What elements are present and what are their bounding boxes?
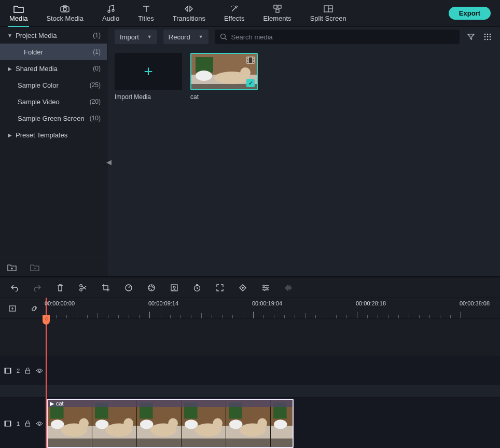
sidebar-item-project-media[interactable]: ▼ Project Media (1) — [0, 27, 107, 44]
expand-icon[interactable] — [215, 283, 225, 293]
keyframe-icon[interactable] — [238, 283, 248, 293]
track-head: 2 — [0, 356, 46, 385]
tab-elements[interactable]: Elements — [254, 0, 300, 27]
color-icon[interactable] — [146, 283, 157, 293]
sidebar-item-label: Shared Media — [16, 65, 93, 73]
svg-point-39 — [80, 288, 82, 291]
tab-audio[interactable]: Audio — [93, 0, 129, 27]
svg-point-11 — [220, 34, 225, 39]
visibility-icon[interactable] — [36, 368, 43, 373]
track-head: 1 — [0, 398, 46, 448]
dropdown-label: Import — [120, 33, 139, 41]
tab-split-screen[interactable]: Split Screen — [301, 0, 356, 27]
timeline-ruler[interactable]: 00:00:00:0000:00:09:1400:00:19:0400:00:2… — [46, 298, 500, 319]
track-video-2[interactable]: 2 — [0, 356, 500, 385]
ruler-timecode: 00:00:38:08 — [460, 300, 490, 306]
tab-effects[interactable]: Effects — [215, 0, 254, 27]
track-number: 1 — [17, 421, 20, 427]
svg-rect-54 — [26, 370, 30, 373]
lock-icon[interactable] — [25, 368, 31, 374]
sidebar-item-label: Sample Green Screen — [18, 115, 90, 122]
svg-point-16 — [484, 36, 486, 38]
filter-icon[interactable] — [466, 32, 476, 42]
svg-rect-100 — [271, 439, 293, 447]
track-number: 2 — [17, 368, 20, 374]
audio-waveform-icon[interactable] — [283, 283, 294, 293]
music-icon — [106, 4, 116, 13]
sidebar-item-shared-media[interactable]: ▶ Shared Media (0) — [0, 60, 107, 77]
link-icon[interactable] — [29, 303, 39, 314]
svg-point-99 — [273, 419, 286, 429]
split-icon[interactable] — [78, 283, 88, 293]
tab-transitions[interactable]: Transitions — [163, 0, 215, 27]
tab-label: Audio — [102, 15, 119, 22]
duration-icon[interactable] — [192, 283, 202, 293]
elements-icon — [272, 4, 283, 13]
delete-folder-icon[interactable] — [30, 263, 39, 272]
effects-icon — [229, 4, 240, 13]
media-grid: + Import Media ✓ c — [107, 47, 500, 107]
speed-icon[interactable] — [123, 283, 134, 293]
new-folder-icon[interactable] — [7, 263, 17, 272]
svg-rect-81 — [137, 439, 181, 447]
svg-point-41 — [149, 286, 150, 287]
media-card-cat[interactable]: ✓ cat — [190, 53, 258, 101]
chevron-down-icon: ▼ — [147, 34, 152, 39]
caret-right-icon: ▶ — [6, 132, 13, 138]
delete-icon[interactable] — [55, 283, 65, 293]
sidebar-item-sample-color[interactable]: Sample Color (25) — [0, 77, 107, 93]
tab-titles[interactable]: Titles — [129, 0, 163, 27]
svg-rect-95 — [226, 439, 270, 447]
svg-point-80 — [168, 418, 178, 428]
tab-stock-media[interactable]: Stock Media — [37, 0, 93, 27]
top-tab-bar: Media Stock Media Audio Titles Transitio… — [0, 0, 500, 27]
svg-point-66 — [79, 418, 89, 428]
import-thumbnail[interactable]: + — [115, 53, 182, 90]
svg-point-25 — [196, 71, 212, 81]
search-input[interactable] — [231, 33, 454, 41]
grid-view-icon[interactable] — [482, 32, 493, 42]
sidebar-item-sample-video[interactable]: Sample Video (20) — [0, 93, 107, 110]
playhead[interactable] — [46, 298, 47, 448]
ruler-timecode: 00:00:00:00 — [45, 300, 75, 306]
import-media-card[interactable]: + Import Media — [115, 53, 182, 101]
timeline-ruler-row: 00:00:00:0000:00:09:1400:00:19:0400:00:2… — [0, 298, 500, 318]
crop-icon[interactable] — [101, 283, 111, 293]
media-toolbar: Import ▼ Record ▼ — [107, 27, 500, 47]
export-button[interactable]: Export — [449, 7, 491, 20]
record-dropdown[interactable]: Record ▼ — [163, 30, 209, 44]
search-media[interactable] — [215, 30, 460, 44]
transitions-icon — [184, 4, 194, 13]
redo-icon[interactable] — [32, 283, 43, 293]
sidebar-item-sample-green-screen[interactable]: Sample Green Screen (10) — [0, 110, 107, 127]
video-track-icon — [4, 368, 11, 374]
sidebar-item-count: (10) — [90, 115, 101, 122]
ruler-timecode: 00:00:19:04 — [252, 300, 282, 306]
play-icon: ▶ — [50, 400, 54, 407]
svg-point-42 — [149, 288, 150, 289]
plus-icon: + — [144, 63, 153, 80]
playhead-knob[interactable] — [43, 315, 50, 325]
sidebar-collapse-handle[interactable]: ◀ — [106, 152, 112, 173]
add-track-icon[interactable] — [7, 303, 18, 314]
clip-cat[interactable]: ▶ cat — [47, 399, 294, 448]
card-label: cat — [190, 93, 258, 101]
svg-point-43 — [151, 289, 152, 290]
svg-point-94 — [257, 418, 267, 428]
undo-icon[interactable] — [9, 283, 20, 293]
lock-icon[interactable] — [25, 421, 31, 427]
sidebar-item-folder[interactable]: Folder (1) — [0, 44, 107, 60]
visibility-icon[interactable] — [36, 421, 43, 426]
svg-rect-53 — [10, 368, 11, 373]
green-screen-icon[interactable] — [169, 283, 179, 293]
media-thumbnail[interactable]: ✓ — [190, 53, 258, 90]
tab-media[interactable]: Media — [0, 0, 37, 27]
svg-rect-52 — [5, 368, 6, 373]
svg-point-21 — [490, 39, 491, 40]
import-dropdown[interactable]: Import ▼ — [115, 30, 157, 44]
settings-icon[interactable] — [260, 283, 271, 293]
svg-point-4 — [112, 9, 114, 11]
track-video-1[interactable]: 1 ▶ cat — [0, 397, 500, 448]
svg-point-27 — [240, 67, 251, 78]
sidebar-item-preset-templates[interactable]: ▶ Preset Templates — [0, 127, 107, 143]
